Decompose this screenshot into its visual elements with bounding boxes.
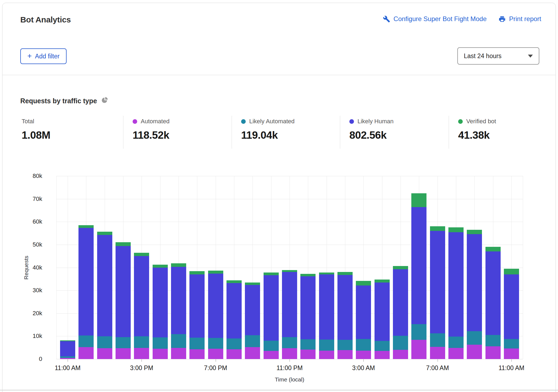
segment-automated xyxy=(393,350,408,359)
plot-boundary xyxy=(523,176,523,359)
segment-likely-human xyxy=(467,234,482,331)
segment-verified-bot xyxy=(337,272,353,275)
segment-verified-bot xyxy=(245,283,260,285)
segment-verified-bot xyxy=(134,253,149,256)
bar-22-9-00-am[interactable] xyxy=(467,230,482,359)
segment-automated xyxy=(264,351,279,359)
segment-automated xyxy=(300,350,316,359)
segment-verified-bot xyxy=(282,270,297,272)
segment-automated xyxy=(153,349,168,359)
segment-likely-human xyxy=(189,274,205,338)
segment-likely-human xyxy=(134,256,149,336)
bar-18-5-00-am[interactable] xyxy=(393,266,408,359)
segment-likely-automated xyxy=(485,335,501,346)
bar-13-12-00-am[interactable] xyxy=(300,274,316,359)
segment-verified-bot xyxy=(227,280,242,283)
segment-likely-human xyxy=(393,269,408,335)
segment-likely-automated xyxy=(134,336,149,348)
segment-likely-automated xyxy=(60,356,75,358)
segment-likely-human xyxy=(504,274,519,339)
x-tick-label: 7:00 AM xyxy=(413,364,462,372)
segment-likely-human xyxy=(245,285,260,335)
x-tick-label: 3:00 AM xyxy=(339,364,388,372)
segment-automated xyxy=(97,348,112,359)
segment-likely-automated xyxy=(448,337,464,348)
segment-likely-human xyxy=(485,251,501,335)
bar-4-3-00-pm[interactable] xyxy=(134,253,149,359)
bar-1-12-00-pm[interactable] xyxy=(78,225,94,359)
bar-23-10-00-am[interactable] xyxy=(485,247,501,359)
segment-likely-human xyxy=(356,285,371,339)
bar-0-11-00-am[interactable] xyxy=(60,340,75,359)
segment-verified-bot xyxy=(393,266,408,269)
y-tick-label: 60k xyxy=(13,218,42,225)
segment-automated xyxy=(134,348,149,359)
x-tick-label: 11:00 AM xyxy=(43,364,92,372)
segment-likely-human xyxy=(282,272,297,337)
segment-verified-bot xyxy=(171,263,186,267)
segment-automated xyxy=(356,351,371,359)
segment-verified-bot xyxy=(319,273,334,274)
segment-likely-human xyxy=(97,235,112,336)
x-tick-label: 11:00 AM xyxy=(487,364,536,372)
segment-verified-bot xyxy=(264,273,279,275)
bar-21-8-00-am[interactable] xyxy=(448,227,464,359)
bar-17-4-00-am[interactable] xyxy=(375,280,390,359)
segment-likely-automated xyxy=(264,341,279,351)
bar-14-1-00-am[interactable] xyxy=(319,273,334,359)
segment-likely-automated xyxy=(467,331,482,345)
bar-5-4-00-pm[interactable] xyxy=(153,264,168,359)
x-tick-mark xyxy=(68,359,68,362)
segment-likely-human xyxy=(337,275,353,340)
x-tick-mark xyxy=(142,359,142,362)
segment-automated xyxy=(375,351,390,359)
segment-verified-bot xyxy=(60,340,75,341)
segment-likely-automated xyxy=(319,340,334,351)
segment-verified-bot xyxy=(300,274,316,276)
segment-automated xyxy=(430,347,445,359)
y-tick-label: 70k xyxy=(13,195,42,202)
bar-20-7-00-am[interactable] xyxy=(430,226,445,359)
segment-likely-automated xyxy=(208,338,223,349)
bar-2-1-00-pm[interactable] xyxy=(97,232,112,359)
segment-verified-bot xyxy=(153,265,168,268)
segment-likely-automated xyxy=(227,338,242,349)
bar-12-11-00-pm[interactable] xyxy=(282,270,297,359)
segment-likely-automated xyxy=(356,339,371,350)
y-tick-label: 0 xyxy=(13,356,42,363)
segment-likely-automated xyxy=(153,337,168,349)
bar-9-8-00-pm[interactable] xyxy=(227,280,242,359)
x-tick-mark xyxy=(290,359,290,362)
segment-likely-human xyxy=(411,207,426,324)
bar-10-9-00-pm[interactable] xyxy=(245,283,260,359)
segment-automated xyxy=(467,345,482,359)
segment-likely-automated xyxy=(411,324,426,340)
segment-likely-human xyxy=(208,274,223,338)
bar-6-5-00-pm[interactable] xyxy=(171,263,186,359)
segment-automated xyxy=(78,347,94,359)
x-tick-label: 7:00 PM xyxy=(191,364,240,372)
segment-likely-automated xyxy=(97,336,112,348)
segment-likely-human xyxy=(430,231,445,333)
bar-3-2-00-pm[interactable] xyxy=(116,242,131,359)
bar-15-2-00-am[interactable] xyxy=(337,272,353,359)
bar-19-6-00-am[interactable] xyxy=(411,193,426,359)
segment-likely-automated xyxy=(375,341,390,351)
segment-automated xyxy=(171,348,186,359)
segment-likely-automated xyxy=(245,335,260,347)
x-tick-label: 11:00 PM xyxy=(265,364,314,372)
segment-automated xyxy=(319,351,334,359)
bar-8-7-00-pm[interactable] xyxy=(208,271,223,359)
y-axis-title: Requests xyxy=(23,241,29,295)
segment-verified-bot xyxy=(430,226,445,231)
x-tick-mark xyxy=(511,359,512,362)
segment-likely-human xyxy=(116,246,131,337)
bar-16-3-00-am[interactable] xyxy=(356,281,371,359)
bar-24-11-00-am[interactable] xyxy=(504,269,519,359)
bar-11-10-00-pm[interactable] xyxy=(264,273,279,359)
segment-likely-human xyxy=(300,276,316,340)
segment-likely-automated xyxy=(300,339,316,350)
segment-automated xyxy=(116,348,131,359)
bar-7-6-00-pm[interactable] xyxy=(189,271,205,359)
segment-automated xyxy=(448,348,464,359)
